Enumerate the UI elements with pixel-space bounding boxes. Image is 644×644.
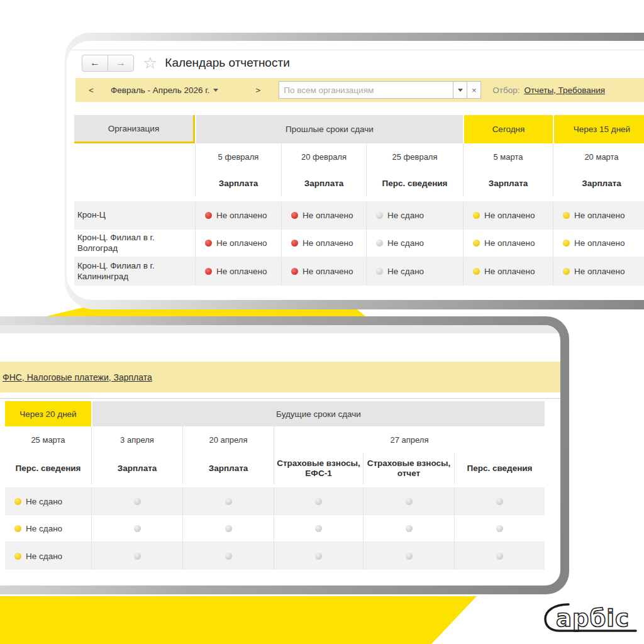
organization-name[interactable]: Крон-Ц (74, 201, 195, 229)
status-cell[interactable]: Не сдано (366, 229, 463, 257)
status-dot (14, 498, 21, 505)
report-type-header: Зарплата (281, 170, 366, 197)
status-cell[interactable] (182, 487, 274, 514)
status-cell[interactable] (363, 514, 454, 541)
report-type-header: Страховые взносы, ЕФС-1 (274, 453, 363, 484)
favorite-star-icon[interactable]: ☆ (143, 55, 157, 71)
report-type-header: Зарплата (182, 453, 274, 484)
date-header-merged: 27 апреля (274, 426, 545, 453)
status-cell[interactable] (363, 541, 454, 570)
organization-name[interactable]: Крон-Ц. Филиал в г. Калининград (74, 257, 195, 286)
clear-button[interactable]: × (467, 81, 481, 99)
back-button[interactable]: ← (82, 55, 108, 72)
status-cell[interactable] (454, 541, 545, 570)
report-type-header: Страховые взносы, отчет (363, 453, 454, 484)
filter-link[interactable]: Отчеты, Требования (524, 86, 605, 95)
group-header-in-20-days: Через 20 дней (5, 401, 91, 426)
status-dot (406, 525, 413, 532)
status-cell[interactable]: Не сдано (5, 541, 91, 570)
group-header-past: Прошлые сроки сдачи (195, 115, 463, 143)
status-dot (205, 212, 212, 219)
status-label: Не оплачено (303, 267, 353, 276)
top-window-frame: ← → ☆ Календарь отчетности < Февраль - А… (65, 33, 644, 309)
logo-text: арбіс (556, 605, 630, 632)
status-dot (496, 525, 503, 532)
status-dot (291, 240, 298, 247)
report-type-header: Зарплата (195, 170, 281, 197)
top-window: ← → ☆ Календарь отчетности < Февраль - А… (67, 41, 644, 300)
column-header-organization[interactable]: Организация (74, 115, 195, 143)
status-cell[interactable] (274, 514, 363, 541)
status-label: Не оплачено (303, 211, 353, 220)
status-cell[interactable] (274, 487, 363, 514)
status-label: Не оплачено (574, 211, 625, 220)
status-dot (496, 498, 503, 505)
status-cell[interactable] (91, 487, 182, 514)
report-type-header: Перс. сведения (366, 170, 463, 197)
status-cell[interactable]: Не сдано (5, 487, 91, 514)
period-selector[interactable]: Февраль - Апрель 2026 г. (111, 86, 218, 95)
period-label: Февраль - Апрель 2026 г. (111, 86, 209, 95)
status-dot (406, 498, 413, 505)
status-cell[interactable]: Не оплачено (553, 229, 644, 257)
status-dot (563, 240, 570, 247)
status-cell[interactable] (454, 514, 545, 541)
period-toolbar: < Февраль - Апрель 2026 г. > × Отбор: От… (75, 78, 644, 102)
back-arrow-icon: ← (90, 57, 100, 69)
status-cell[interactable]: Не оплачено (281, 201, 366, 229)
date-header: 25 марта (5, 426, 91, 453)
status-cell[interactable]: Не оплачено (195, 201, 281, 229)
status-cell[interactable]: Не оплачено (553, 257, 644, 286)
status-label: Не оплачено (574, 267, 625, 276)
status-dot (225, 525, 232, 532)
organization-input[interactable] (279, 81, 453, 99)
status-dot (473, 240, 480, 247)
organization-name[interactable]: Крон-Ц. Филиал в г. Волгоград (74, 229, 195, 257)
status-cell[interactable]: Не оплачено (281, 229, 366, 257)
status-cell[interactable]: Не оплачено (463, 229, 553, 257)
forward-arrow-icon: → (116, 57, 126, 69)
status-dot (473, 268, 480, 275)
filter-label: Отбор: (492, 86, 519, 95)
prev-period-button[interactable]: < (87, 86, 96, 95)
status-cell[interactable] (182, 514, 274, 541)
status-cell[interactable] (91, 514, 182, 541)
report-type-header: Перс. сведения (454, 453, 545, 484)
status-cell[interactable]: Не сдано (366, 201, 463, 229)
status-cell[interactable]: Не оплачено (463, 257, 553, 286)
status-label: Не оплачено (216, 238, 267, 248)
history-buttons: ← → (82, 55, 134, 72)
status-cell[interactable]: Не оплачено (553, 201, 644, 229)
yellow-decor-bottom (0, 596, 477, 644)
status-cell[interactable] (274, 541, 363, 570)
date-header: 5 февраля (195, 143, 281, 170)
status-label: Не оплачено (484, 267, 535, 276)
status-label: Не оплачено (484, 238, 535, 248)
status-cell[interactable]: Не оплачено (195, 257, 281, 286)
status-dot (134, 525, 141, 532)
status-cell[interactable]: Не оплачено (463, 201, 553, 229)
status-label: Не сдано (26, 497, 62, 506)
next-period-button[interactable]: > (253, 86, 262, 95)
filter-bar: ФНС, Налоговые платежи, Зарплата (0, 362, 560, 392)
status-dot (406, 553, 413, 560)
status-cell[interactable]: Не сдано (5, 514, 91, 541)
status-cell[interactable]: Не оплачено (195, 229, 281, 257)
status-cell[interactable]: Не сдано (366, 257, 463, 286)
status-cell[interactable] (91, 541, 182, 570)
status-cell[interactable] (363, 487, 454, 514)
date-header: 20 апреля (182, 426, 274, 453)
status-dot (315, 525, 322, 532)
page: ← → ☆ Календарь отчетности < Февраль - А… (0, 0, 644, 644)
filter-link-continued[interactable]: ФНС, Налоговые платежи, Зарплата (3, 372, 152, 382)
forward-button[interactable]: → (108, 55, 134, 72)
status-cell[interactable] (454, 487, 545, 514)
dropdown-button[interactable] (453, 81, 467, 99)
report-type-header: Зарплата (91, 453, 182, 484)
status-dot (134, 498, 141, 505)
status-cell[interactable] (182, 541, 274, 570)
status-label: Не сдано (387, 267, 424, 276)
status-dot (225, 498, 232, 505)
status-dot (14, 525, 21, 532)
status-cell[interactable]: Не оплачено (281, 257, 366, 286)
